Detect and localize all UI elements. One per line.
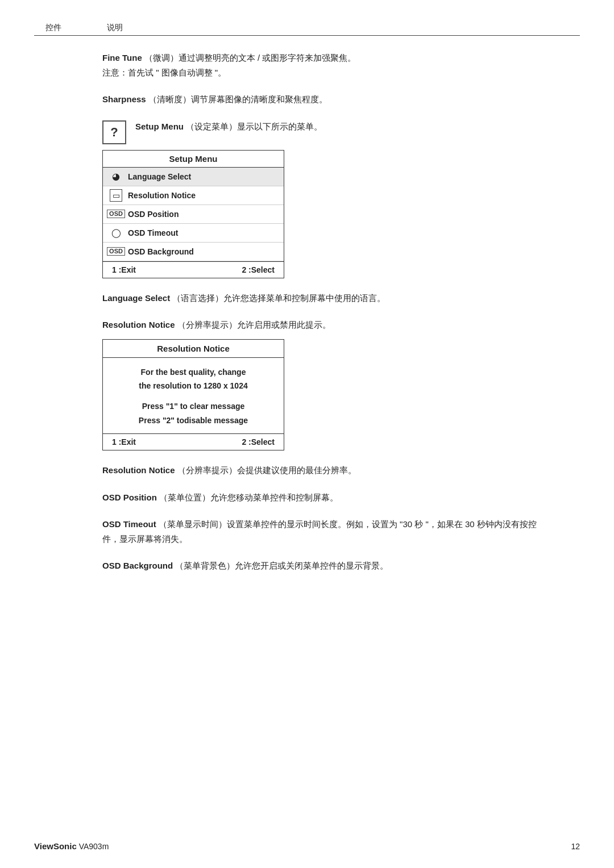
res-line4: Press "2" todisable message: [103, 414, 284, 427]
section-setup-menu: ? Setup Menu （设定菜单）显示以下所示的菜单。 Setup Menu…: [102, 119, 546, 278]
resolution-notice-1-term: Resolution Notice: [102, 320, 175, 329]
osd-background-icon: OSD: [110, 245, 122, 258]
section-osd-background: OSD Background （菜单背景色）允许您开启或关闭菜单控件的显示背景。: [102, 558, 546, 573]
setup-menu-title: Setup Menu: [103, 151, 284, 168]
osd-timeout-term: OSD Timeout: [102, 519, 156, 529]
resolution-notice-title: Resolution Notice: [103, 340, 284, 358]
fine-tune-note: 注意：首先试 " 图像自动调整 "。: [102, 65, 546, 80]
menu-label-language-select: Language Select: [128, 172, 191, 181]
menu-row-osd-background: OSD OSD Background: [103, 243, 284, 261]
header-col-control: 控件: [45, 23, 61, 33]
page-footer: ViewSonic VA903m 12: [0, 841, 614, 851]
globe-icon: ◕: [110, 170, 122, 183]
menu-row-language-select: ◕ Language Select: [103, 168, 284, 186]
res-footer-exit: 1 :Exit: [112, 437, 136, 446]
res-line1: For the best quality, change: [103, 366, 284, 378]
menu-row-osd-timeout: ◯ OSD Timeout: [103, 224, 284, 243]
resolution-notice-footer: 1 :Exit 2 :Select: [103, 433, 284, 450]
menu-row-resolution-notice: ▭ Resolution Notice: [103, 186, 284, 205]
language-select-term: Language Select: [102, 293, 170, 303]
setup-menu-table: Setup Menu ◕ Language Select ▭ Resolutio…: [102, 150, 284, 278]
footer-brand: ViewSonic VA903m: [34, 841, 109, 851]
resolution-notice-table: Resolution Notice For the best quality, …: [102, 339, 284, 451]
res-line3: Press "1" to clear message: [103, 400, 284, 412]
osd-background-term: OSD Background: [102, 561, 173, 570]
section-fine-tune: Fine Tune （微调）通过调整明亮的文本 / 或图形字符来加强聚焦。 注意…: [102, 51, 546, 80]
section-sharpness: Sharpness （清晰度）调节屏幕图像的清晰度和聚焦程度。: [102, 92, 546, 107]
menu-label-resolution-notice: Resolution Notice: [128, 191, 196, 200]
setup-menu-footer: 1 :Exit 2 :Select: [103, 261, 284, 278]
footer-page-number: 12: [571, 842, 580, 851]
clock-icon: ◯: [110, 227, 122, 239]
osd-position-term: OSD Position: [102, 493, 157, 502]
menu-row-osd-position: OSD OSD Position: [103, 205, 284, 224]
table-header: 控件 说明: [34, 23, 580, 36]
section-osd-position: OSD Position （菜单位置）允许您移动菜单控件和控制屏幕。: [102, 490, 546, 505]
osd-position-icon: OSD: [110, 208, 122, 220]
section-resolution-notice-1: Resolution Notice （分辨率提示）允许启用或禁用此提示。 Res…: [102, 318, 546, 450]
section-resolution-notice-2: Resolution Notice （分辨率提示）会提供建议使用的最佳分辨率。: [102, 463, 546, 478]
setup-menu-table-wrapper: Setup Menu ◕ Language Select ▭ Resolutio…: [102, 150, 546, 278]
setup-menu-icon: ?: [102, 120, 126, 144]
menu-label-osd-position: OSD Position: [128, 210, 179, 219]
resolution-notice-body: For the best quality, change the resolut…: [103, 358, 284, 434]
menu-label-osd-background: OSD Background: [128, 247, 194, 256]
header-col-desc: 说明: [107, 23, 123, 33]
sharpness-term: Sharpness: [102, 94, 146, 104]
menu-label-osd-timeout: OSD Timeout: [128, 228, 178, 237]
menu-footer-select: 2 :Select: [242, 265, 275, 274]
res-footer-select: 2 :Select: [242, 437, 275, 446]
res-line2: the resolution to 1280 x 1024: [103, 379, 284, 392]
menu-footer-exit: 1 :Exit: [112, 265, 136, 274]
section-osd-timeout: OSD Timeout （菜单显示时间）设置菜单控件的显示时间长度。例如，设置为…: [102, 517, 546, 546]
fine-tune-text: Fine Tune （微调）通过调整明亮的文本 / 或图形字符来加强聚焦。: [102, 51, 546, 65]
resolution-notice-2-term: Resolution Notice: [102, 465, 175, 475]
monitor-icon: ▭: [110, 189, 122, 202]
resolution-notice-table-wrapper: Resolution Notice For the best quality, …: [102, 339, 546, 451]
setup-menu-term: Setup Menu: [135, 122, 184, 131]
section-language-select: Language Select （语言选择）允许您选择菜单和控制屏幕中使用的语言…: [102, 291, 546, 306]
